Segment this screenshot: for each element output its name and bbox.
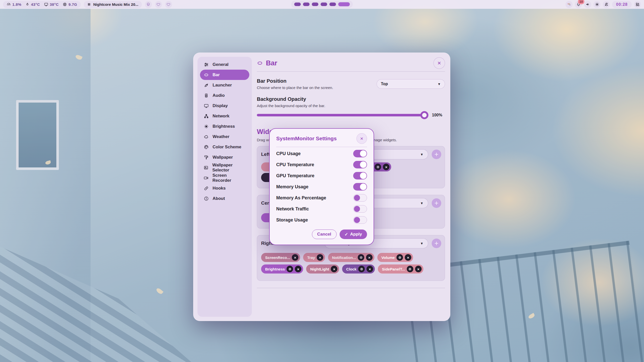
- opacity-value: 100%: [432, 113, 445, 117]
- media-player-pill[interactable]: Nightcore Music Mix 20...: [84, 1, 142, 8]
- opacity-slider[interactable]: [257, 114, 428, 116]
- center-add-widget-button[interactable]: +: [432, 198, 441, 208]
- gear-icon[interactable]: [358, 254, 364, 261]
- cpu-usage-toggle[interactable]: [353, 150, 367, 157]
- workspace-dot[interactable]: [330, 3, 336, 6]
- widget-chip-volume[interactable]: Volume ×: [377, 253, 413, 262]
- sidebar-item-audio[interactable]: Audio: [200, 90, 249, 101]
- workspace-dot-active[interactable]: [338, 2, 350, 6]
- workspace-dot[interactable]: [294, 3, 301, 6]
- workspace-dot[interactable]: [321, 3, 327, 6]
- window-close-button[interactable]: ×: [433, 57, 445, 69]
- bar-pill-icon: [204, 72, 209, 77]
- sidebar-item-hooks[interactable]: Hooks: [200, 183, 249, 193]
- skull-button[interactable]: [145, 1, 152, 8]
- widget-chip-notification[interactable]: Notification... ×: [328, 253, 374, 262]
- systemmonitor-settings-modal: SystemMonitor Settings × CPU Usage CPU T…: [269, 128, 374, 245]
- close-icon[interactable]: ×: [415, 266, 422, 272]
- close-icon[interactable]: ×: [367, 266, 373, 272]
- background-opacity-description: Adjust the background opacity of the bar…: [257, 104, 445, 108]
- chevron-down-icon: ▼: [420, 153, 423, 156]
- sidebar-item-screen-recorder[interactable]: Screen Recorder: [200, 173, 249, 183]
- system-stats-pill[interactable]: 1.8% 43°C 38°C: [3, 1, 81, 8]
- tray-app-icon: [567, 2, 571, 7]
- link-icon: [204, 186, 209, 191]
- widget-chip-tray[interactable]: Tray ×: [303, 253, 325, 262]
- sidebar-item-color-scheme[interactable]: Color Scheme: [200, 142, 249, 152]
- sidebar-item-general[interactable]: General: [200, 59, 249, 70]
- settings-sidebar: General Bar Launcher Audio Display Netwo…: [197, 57, 252, 317]
- close-icon[interactable]: ×: [331, 266, 337, 272]
- workspace-indicator[interactable]: [291, 1, 353, 8]
- toggle-row-memory-as-percentage: Memory As Percentage: [276, 192, 367, 203]
- widget-chip-clock[interactable]: Clock ×: [342, 264, 375, 274]
- sidebar-item-wallpaper-selector[interactable]: Wallpaper Selector: [200, 162, 249, 173]
- bar-position-dropdown[interactable]: Top ▼: [377, 79, 445, 89]
- sidebar-item-display[interactable]: Display: [200, 101, 249, 111]
- pause-icon: [87, 3, 91, 6]
- close-icon[interactable]: ×: [295, 266, 301, 272]
- gear-icon[interactable]: [396, 254, 403, 261]
- cpu-temp-stat: 43°C: [25, 2, 40, 7]
- widget-chip-sidepanel[interactable]: SidePanelT... ×: [378, 264, 423, 274]
- sidebar-item-wallpaper[interactable]: Wallpaper: [200, 152, 249, 162]
- cpu-temperature-toggle[interactable]: [353, 161, 367, 168]
- close-icon[interactable]: ×: [383, 164, 389, 170]
- network-traffic-toggle[interactable]: [353, 205, 367, 213]
- tray-app-button[interactable]: [566, 1, 573, 8]
- sidebar-item-weather[interactable]: Weather: [200, 131, 249, 142]
- check-icon: ✓: [345, 232, 348, 237]
- gear-icon[interactable]: [375, 164, 381, 170]
- notifications-button[interactable]: 10: [575, 1, 582, 8]
- toggle-row-gpu-temperature: GPU Temperature: [276, 170, 367, 181]
- moon-off-icon: [604, 2, 609, 7]
- chip-icon: [63, 2, 67, 7]
- sidebar-item-launcher[interactable]: Launcher: [200, 80, 249, 90]
- close-icon[interactable]: ×: [366, 254, 373, 261]
- memory-stat: 9.7G: [63, 2, 77, 7]
- left-add-widget-button[interactable]: +: [432, 150, 441, 159]
- apply-button[interactable]: ✓Apply: [340, 230, 367, 239]
- sidebar-item-bar[interactable]: Bar: [200, 70, 249, 80]
- bar-position-label: Bar Position: [257, 78, 333, 84]
- gear-icon[interactable]: [358, 266, 365, 272]
- widget-chip-brightness[interactable]: Brightness ×: [261, 264, 303, 274]
- gear-icon[interactable]: [287, 266, 293, 272]
- widget-chip-nightlight[interactable]: NightLight ×: [306, 264, 339, 274]
- bar-pill-icon: [257, 60, 263, 66]
- heart-button-2[interactable]: [165, 1, 172, 8]
- sidebar-item-about[interactable]: About: [200, 193, 249, 204]
- close-icon[interactable]: ×: [292, 254, 298, 261]
- dashboard-button[interactable]: [634, 1, 641, 8]
- close-icon[interactable]: ×: [317, 254, 323, 261]
- close-icon[interactable]: ×: [405, 254, 411, 261]
- cpu-usage-stat: 1.8%: [7, 2, 21, 7]
- workspace-dot[interactable]: [312, 3, 318, 6]
- cloud-icon: [204, 134, 209, 139]
- storage-usage-toggle[interactable]: [353, 216, 367, 224]
- toggle-row-memory-usage: Memory Usage: [276, 181, 367, 192]
- sidebar-item-network[interactable]: Network: [200, 111, 249, 121]
- chevron-down-icon: ▼: [420, 242, 423, 245]
- workspace-dot[interactable]: [303, 3, 310, 6]
- memory-usage-toggle[interactable]: [353, 183, 367, 191]
- opacity-slider-handle[interactable]: [420, 111, 428, 119]
- gear-icon[interactable]: [407, 266, 413, 272]
- clock[interactable]: 00:28: [612, 1, 632, 8]
- bar-position-description: Choose where to place the bar on the scr…: [257, 85, 333, 90]
- modal-title: SystemMonitor Settings: [276, 135, 337, 142]
- brightness-button[interactable]: [593, 1, 600, 8]
- skull-icon: [146, 2, 150, 7]
- modal-divider: [276, 147, 367, 147]
- volume-button[interactable]: [584, 1, 591, 8]
- right-add-widget-button[interactable]: +: [432, 239, 441, 248]
- sidebar-item-brightness[interactable]: Brightness: [200, 121, 249, 131]
- memory-as-percentage-toggle[interactable]: [353, 194, 367, 202]
- heart-button-1[interactable]: [155, 1, 162, 8]
- cancel-button[interactable]: Cancel: [312, 230, 337, 239]
- widget-chip-screenrecorder[interactable]: ScreenReco... ×: [261, 253, 300, 262]
- night-light-button[interactable]: [603, 1, 610, 8]
- modal-close-button[interactable]: ×: [356, 133, 367, 144]
- gpu-temperature-toggle[interactable]: [353, 172, 367, 179]
- top-bar-right: 10 00:28: [566, 1, 641, 8]
